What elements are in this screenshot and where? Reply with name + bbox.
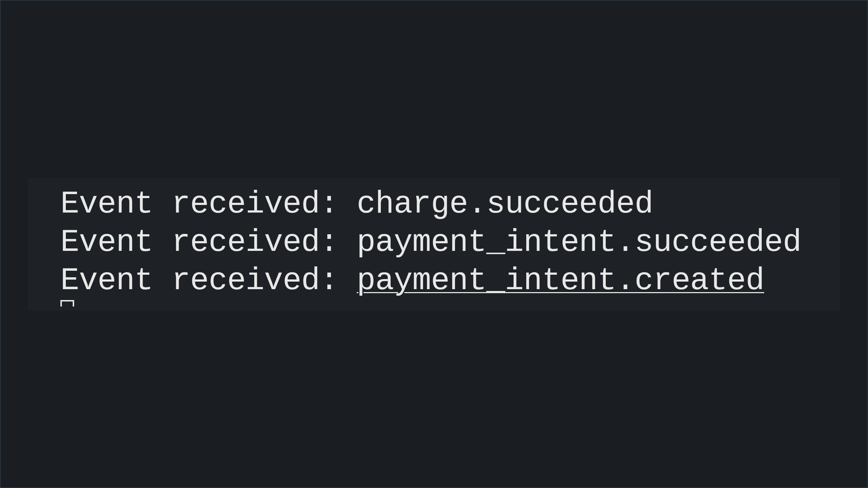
log-event-name-link[interactable]: payment_intent.created bbox=[357, 263, 764, 299]
log-prefix: Event received: bbox=[60, 187, 338, 222]
log-event-name: payment_intent.succeeded bbox=[357, 225, 801, 260]
log-prefix: Event received: bbox=[60, 263, 338, 299]
log-event-name: charge.succeeded bbox=[357, 187, 653, 222]
log-line: Event received: payment_intent.created bbox=[60, 262, 808, 300]
log-line: Event received: charge.succeeded bbox=[60, 185, 808, 223]
log-line: Event received: payment_intent.succeeded bbox=[60, 223, 808, 262]
terminal-output: Event received: charge.succeeded Event r… bbox=[28, 178, 840, 311]
terminal-cursor bbox=[60, 300, 74, 307]
partial-previous-line: . . . . bbox=[60, 167, 711, 178]
log-prefix: Event received: bbox=[60, 225, 338, 260]
